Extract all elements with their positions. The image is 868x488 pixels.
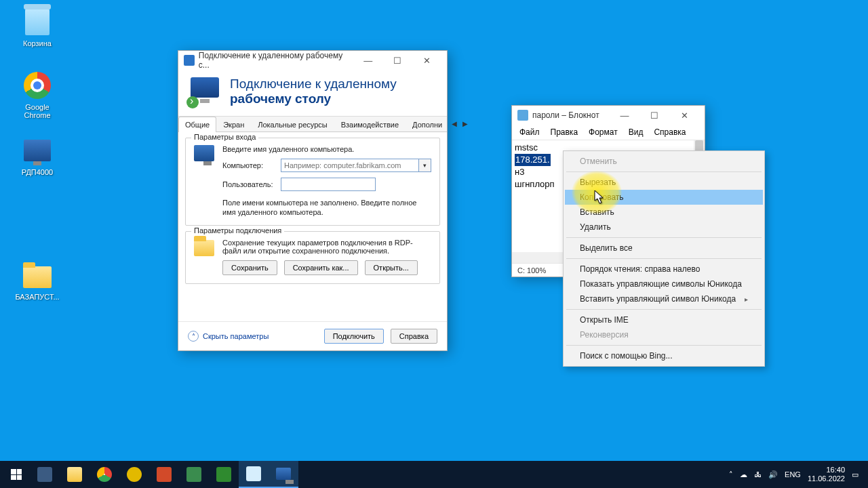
clock-time: 16:40 xyxy=(808,466,845,474)
tray-chevron-icon[interactable]: ˄ xyxy=(729,470,733,479)
rdp-footer: ˄ Скрыть параметры Подключить Справка xyxy=(178,321,447,350)
tab-general[interactable]: Общие xyxy=(178,117,216,132)
desktop-icon-rdp4000[interactable]: РДП4000 xyxy=(12,136,62,176)
system-tray[interactable]: ˄ ☁ 🖧 🔊 ENG 16:40 11.06.2022 ▭ xyxy=(722,466,865,483)
menu-format[interactable]: Формат xyxy=(584,126,623,138)
folder-icon xyxy=(194,240,214,256)
conn-group: Параметры подключения Сохранение текущих… xyxy=(185,231,440,284)
close-button[interactable]: ✕ xyxy=(669,106,699,125)
notepad-title: пароли – Блокнот xyxy=(532,110,599,120)
rdp-titlebar[interactable]: Подключение к удаленному рабочему с... —… xyxy=(178,51,447,70)
ctx-cut[interactable]: Вырезать xyxy=(565,175,763,190)
ctx-show-unicode[interactable]: Показать управляющие символы Юникода xyxy=(565,277,763,291)
tab-local-resources[interactable]: Локальные ресурсы xyxy=(251,117,334,132)
hide-params-toggle[interactable]: ˄ Скрыть параметры xyxy=(188,331,269,342)
taskbar-app-taskview[interactable] xyxy=(30,461,60,488)
icon-label: РДП4000 xyxy=(12,168,62,176)
ctx-select-all[interactable]: Выделить все xyxy=(565,241,763,256)
notepad-app-icon xyxy=(517,110,528,121)
conn-legend: Параметры подключения xyxy=(191,226,284,235)
menu-view[interactable]: Вид xyxy=(624,126,648,138)
computer-input[interactable] xyxy=(281,159,419,172)
windows-logo-icon xyxy=(11,469,22,480)
desktop-icon-recycle-bin[interactable]: Корзина xyxy=(12,7,62,47)
taskbar-app-explorer[interactable] xyxy=(60,461,90,488)
zoom-label: С: 100% xyxy=(517,266,546,274)
text-selection: 178.251. xyxy=(515,154,551,166)
icon-label: Корзина xyxy=(12,39,62,47)
icon-label: Google Chrome xyxy=(12,103,62,119)
recycle-bin-icon xyxy=(25,8,50,35)
taskbar-app-1c[interactable] xyxy=(119,461,149,488)
rdp-tabs: Общие Экран Локальные ресурсы Взаимодейс… xyxy=(178,117,447,132)
taskbar-app-7[interactable] xyxy=(209,461,239,488)
computer-label: Компьютер: xyxy=(222,161,275,169)
ctx-rtl[interactable]: Порядок чтения: справа налево xyxy=(565,262,763,277)
tray-cloud-icon[interactable]: ☁ xyxy=(740,470,747,479)
rdp-banner: Подключение к удаленному рабочему столу xyxy=(178,70,447,117)
user-input[interactable] xyxy=(281,178,376,191)
tray-notifications-icon[interactable]: ▭ xyxy=(852,470,859,479)
ctx-delete[interactable]: Удалить xyxy=(565,220,763,235)
rdp-icon xyxy=(24,140,51,161)
hide-label: Скрыть параметры xyxy=(203,332,269,340)
minimize-button[interactable]: — xyxy=(353,51,382,70)
menu-help[interactable]: Справка xyxy=(649,126,690,138)
help-button[interactable]: Справка xyxy=(391,329,437,344)
tab-display[interactable]: Экран xyxy=(216,117,251,132)
taskbar[interactable]: ˄ ☁ 🖧 🔊 ENG 16:40 11.06.2022 ▭ xyxy=(0,461,868,488)
computer-dropdown-button[interactable]: ▾ xyxy=(419,159,431,172)
taskbar-app-6[interactable] xyxy=(179,461,209,488)
clock-date: 11.06.2022 xyxy=(808,474,845,483)
rdp-banner-icon xyxy=(191,77,219,106)
conn-text: Сохранение текущих параметров подключени… xyxy=(222,239,431,255)
login-hint: Поле имени компьютера не заполнено. Введ… xyxy=(222,198,431,218)
save-button[interactable]: Сохранить xyxy=(222,260,277,275)
menu-edit[interactable]: Правка xyxy=(546,126,583,138)
open-button[interactable]: Открыть... xyxy=(365,260,418,275)
login-group: Параметры входа Введите имя удаленного к… xyxy=(185,138,440,226)
desktop-icon-folder[interactable]: БАЗАПУСТ... xyxy=(12,260,62,301)
ctx-bing-search[interactable]: Поиск с помощью Bing... xyxy=(565,348,763,363)
close-button[interactable]: ✕ xyxy=(412,51,441,70)
folder-icon xyxy=(23,266,52,288)
icon-label: БАЗАПУСТ... xyxy=(12,293,62,301)
taskbar-app-notepad[interactable] xyxy=(239,461,269,488)
taskbar-app-chrome[interactable] xyxy=(90,461,119,488)
taskbar-app-rdp[interactable] xyxy=(269,461,298,488)
chevron-right-icon: ▸ xyxy=(745,296,748,303)
saveas-button[interactable]: Сохранить как... xyxy=(284,260,358,275)
ctx-ime[interactable]: Открыть IME xyxy=(565,312,763,327)
tabs-scroll-left[interactable]: ◀ xyxy=(449,119,460,129)
rdp-window[interactable]: Подключение к удаленному рабочему с... —… xyxy=(178,50,448,351)
notepad-menubar: Файл Правка Формат Вид Справка xyxy=(512,125,705,140)
tray-volume-icon[interactable]: 🔊 xyxy=(768,470,778,479)
context-menu: Отменить Вырезать Копировать Вставить Уд… xyxy=(563,150,765,367)
tray-network-icon[interactable]: 🖧 xyxy=(754,470,762,479)
ctx-undo[interactable]: Отменить xyxy=(565,154,763,169)
banner-line2: рабочему столу xyxy=(230,92,331,106)
ctx-paste[interactable]: Вставить xyxy=(565,205,763,220)
tabs-scroll-right[interactable]: ▶ xyxy=(460,119,471,129)
tab-advanced[interactable]: Дополни xyxy=(406,117,449,132)
taskbar-app-5[interactable] xyxy=(149,461,179,488)
tab-experience[interactable]: Взаимодействие xyxy=(334,117,406,132)
login-prompt: Введите имя удаленного компьютера. xyxy=(222,145,431,153)
menu-file[interactable]: Файл xyxy=(515,126,545,138)
ctx-reconversion[interactable]: Реконверсия xyxy=(565,327,763,342)
maximize-button[interactable]: ☐ xyxy=(639,106,669,125)
ctx-copy[interactable]: Копировать xyxy=(565,190,763,205)
start-button[interactable] xyxy=(3,461,30,488)
ctx-insert-unicode[interactable]: Вставить управляющий символ Юникода ▸ xyxy=(565,291,763,306)
tray-lang[interactable]: ENG xyxy=(785,470,801,479)
computer-icon xyxy=(194,145,214,161)
notepad-titlebar[interactable]: пароли – Блокнот — ☐ ✕ xyxy=(512,106,705,125)
chevron-up-icon: ˄ xyxy=(188,331,199,342)
desktop-icon-chrome[interactable]: Google Chrome xyxy=(12,70,62,119)
connect-button[interactable]: Подключить xyxy=(324,329,384,344)
maximize-button[interactable]: ☐ xyxy=(382,51,412,70)
taskbar-clock[interactable]: 16:40 11.06.2022 xyxy=(808,466,845,483)
minimize-button[interactable]: — xyxy=(610,106,639,125)
rdp-app-icon xyxy=(184,55,195,66)
user-label: Пользователь: xyxy=(222,180,275,188)
